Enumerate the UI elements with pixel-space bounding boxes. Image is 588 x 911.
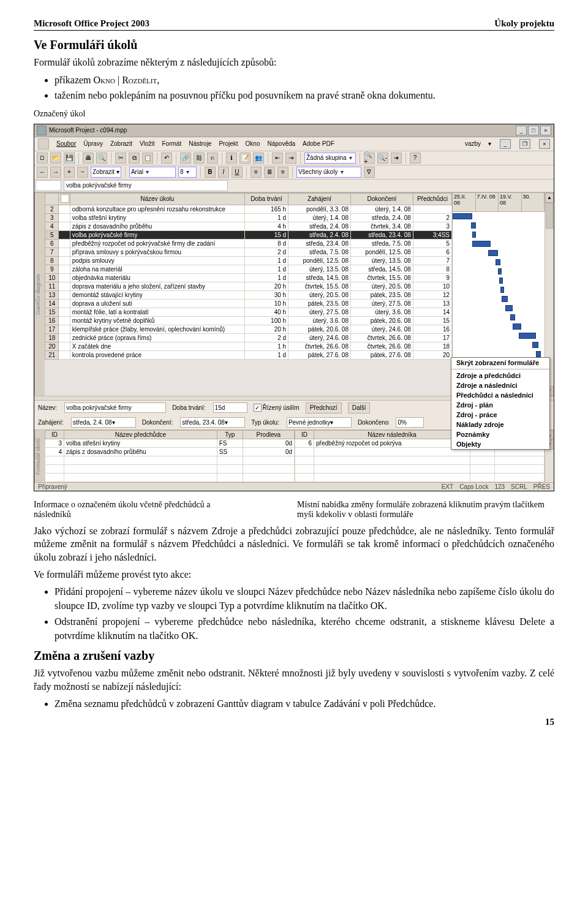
menu-nastroje[interactable]: Nástroje [189,140,211,147]
table-row[interactable]: 10objednávka materiálu1 dstředa, 14.5. 0… [45,273,452,282]
gantt-bar[interactable] [510,314,515,320]
menu-upravy[interactable]: Úpravy [83,140,103,147]
table-row[interactable]: 16montáž krytiny včetně doplňků100 húter… [45,316,452,325]
show-combo[interactable]: Zobrazit ▾ [91,167,121,178]
ctx-item-pred-succ[interactable]: Předchůdci a následníci [451,390,549,400]
col-start[interactable]: Zahájení [288,193,351,205]
table-row[interactable]: 18zednické práce (oprava říms)2 dúterý, … [45,333,452,342]
pred-col-lag[interactable]: Prodleva [243,430,294,439]
gantt-bar[interactable] [536,351,541,357]
ctx-item-objects[interactable]: Objekty [451,439,549,449]
ctx-item-notes[interactable]: Poznámky [451,429,549,439]
close-button[interactable]: × [540,126,551,135]
info-icon[interactable]: ℹ [226,153,237,164]
scroll-up-icon[interactable]: ▲ [545,193,554,203]
table-row[interactable]: 9záloha na materiál1 dúterý, 13.5. 08stř… [45,265,452,273]
paste-icon[interactable]: 📋 [142,153,153,164]
gantt-bar[interactable] [505,305,513,311]
pred-col-name[interactable]: Název předchůdce [64,430,217,439]
ctx-item-resources-predecessors[interactable]: Zdroje a předchůdci [451,371,549,380]
table-row[interactable]: 7příprava smlouvy s pokrývačskou firmou2… [45,248,452,256]
doc-restore-button[interactable]: ❐ [519,139,530,149]
gantt-bar[interactable] [453,213,472,219]
indent-icon[interactable]: ⇥ [285,153,296,164]
help-icon[interactable]: ? [410,153,421,164]
ctx-item-resource-cost[interactable]: Náklady zdroje [451,420,549,429]
doc-minimize-button[interactable]: _ [500,139,511,149]
doc-close-button[interactable]: × [539,139,550,149]
zoom-in-icon[interactable]: 🔍+ [364,153,375,164]
copy-icon[interactable]: ⧉ [129,153,140,164]
menu-soubor[interactable]: Soubor [56,140,76,147]
col-predecessors[interactable]: Předchůdci [413,193,451,205]
pred-col-id[interactable]: ID [45,430,64,439]
table-row[interactable]: 20X začátek dne1 hčtvrtek, 26.6. 08čtvrt… [45,342,452,350]
gantt-bar[interactable] [496,259,500,265]
gantt-bar[interactable] [488,250,498,256]
align-right-icon[interactable]: ≡ [277,167,288,178]
menu-zobrazit[interactable]: Zobrazit [110,140,132,147]
previous-button[interactable]: Předchozí [306,403,342,414]
menu-format[interactable]: Formát [162,140,182,147]
gantt-bar[interactable] [472,241,491,247]
minimize-button[interactable]: _ [516,126,527,135]
goto-icon[interactable]: ➜ [391,153,402,164]
notes-icon[interactable]: 📝 [239,153,251,164]
menu-projekt[interactable]: Projekt [219,140,238,147]
cut-icon[interactable]: ✂ [115,153,126,164]
gantt-bar[interactable] [471,222,476,229]
gantt-bar[interactable] [519,333,536,339]
print-icon[interactable]: 🖶 [83,153,94,164]
ctx-item-resource-work[interactable]: Zdroj - práce [451,410,549,420]
menu-vlozit[interactable]: Vložit [140,140,154,147]
table-row[interactable]: 15montáž fólie, latí a kontralatí40 húte… [45,308,452,316]
form-name-field[interactable]: volba pokrývačské firmy [64,403,166,413]
underline-icon[interactable]: U [232,167,243,178]
outdent-icon[interactable]: ⇤ [272,153,283,164]
menu-vazby[interactable]: vazby [465,140,481,147]
ctx-item-resources-successors[interactable]: Zdroje a následníci [451,380,549,390]
next-button[interactable]: Další [348,403,371,414]
table-row[interactable]: 11doprava materiálu a jeho složení, zaří… [45,282,452,290]
col-finish[interactable]: Dokončení [350,193,413,205]
filter-combo[interactable]: Všechny úkoly▾ [296,167,361,178]
gantt-bar[interactable] [502,296,508,302]
table-row[interactable]: 6předběžný rozpočet od pokrývačské firmy… [45,239,452,248]
ctx-item-hide-form[interactable]: Skrýt zobrazení formuláře [451,358,549,368]
table-row[interactable]: 4zápis z dosavadního průběhu4 hstředa, 2… [45,222,452,230]
form-duration-field[interactable]: 15d [213,403,247,413]
table-row[interactable]: 3volba střešní krytinyFS0d [45,439,295,447]
align-center-icon[interactable]: ≣ [264,167,275,178]
cell-ref-box[interactable] [36,180,61,191]
gantt-bar[interactable] [532,342,538,348]
menu-overflow[interactable]: ▾ [488,140,491,147]
col-id[interactable] [45,193,59,205]
form-done-field[interactable]: 0% [396,417,424,428]
preview-icon[interactable]: 🔍 [96,153,107,164]
form-start-field[interactable]: středa, 2.4. 08▾ [71,417,136,428]
title-bar[interactable]: Microsoft Project - c094.mpp _ □ × [34,124,554,137]
col-indicator[interactable] [59,193,70,205]
menu-napoveda[interactable]: Nápověda [267,140,295,147]
zoom-out-icon[interactable]: 🔍- [377,153,388,164]
group-combo[interactable]: Žádná skupina▾ [304,153,356,164]
task-grid[interactable]: Název úkolu Doba trvání Zahájení Dokonče… [45,193,452,396]
col-name[interactable]: Název úkolu [70,193,244,205]
form-type-field[interactable]: Pevné jednotky▾ [287,417,352,428]
menu-adobe-pdf[interactable]: Adobe PDF [303,140,334,147]
split-icon[interactable]: ⎌ [207,153,218,164]
new-icon[interactable]: 🗋 [37,153,48,164]
maximize-button[interactable]: □ [528,126,539,135]
show-icon[interactable]: + [64,167,75,178]
gantt-bar[interactable] [513,323,521,330]
open-icon[interactable]: 📂 [50,153,61,164]
assign-icon[interactable]: 👥 [253,153,264,164]
gantt-bar[interactable] [472,232,476,238]
predecessors-grid[interactable]: ID Název předchůdce Typ Prodleva 3volba … [45,430,295,482]
cell-value-box[interactable]: volba pokrývačské firmy [64,180,228,191]
font-combo[interactable]: Arial▾ [129,167,176,178]
form-effort-checkbox[interactable]: ✓Řízený úsilím [254,404,300,412]
table-row[interactable]: 3volba střešní krytiny1 dúterý, 1.4. 08s… [45,213,452,222]
form-finish-field[interactable]: středa, 23.4. 08▾ [180,417,245,428]
task-form-tab[interactable]: Formulář úkolů [34,430,45,482]
